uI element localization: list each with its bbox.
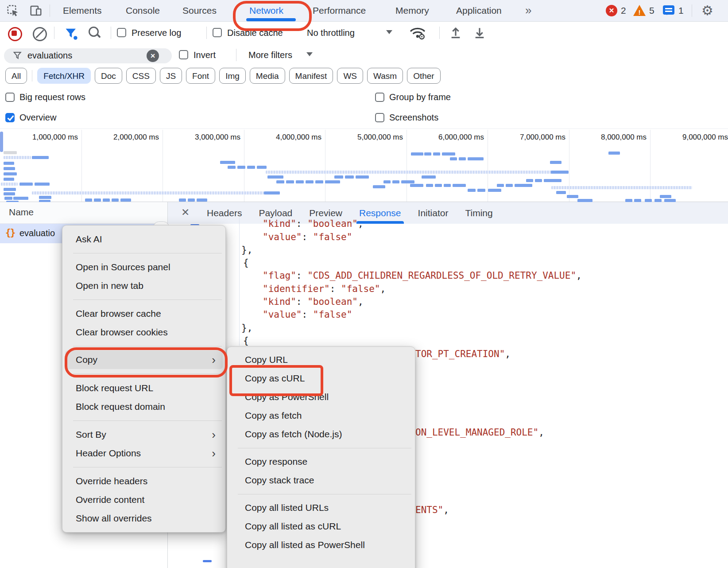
menu-item-copy-all-listed-as-powershell[interactable]: Copy all listed as PowerShell xyxy=(230,536,412,554)
response-code-line: "flag": "CDS_ADD_CHILDREN_REGARDLESS_OF_… xyxy=(263,270,582,281)
menu-item-ask-ai[interactable]: Ask AI xyxy=(65,230,223,249)
menu-item-copy-as-fetch[interactable]: Copy as fetch xyxy=(230,406,412,425)
menu-item-show-all-overrides[interactable]: Show all overrides xyxy=(65,509,223,528)
response-code-line: "kind": "boolean", xyxy=(263,296,364,307)
menu-item-copy[interactable]: Copy › xyxy=(65,350,223,369)
menu-item-copy-as-fetch-nodejs[interactable]: Copy as fetch (Node.js) xyxy=(230,425,412,444)
menu-item-override-content[interactable]: Override content xyxy=(65,490,223,509)
menu-item-copy-as-powershell[interactable]: Copy as PowerShell xyxy=(230,388,412,406)
menu-separator xyxy=(73,346,222,346)
response-code-line: }, xyxy=(241,322,252,334)
response-code-line: }, xyxy=(241,244,252,256)
response-code-line: ENTS", xyxy=(415,504,449,516)
response-code-line: "identifier": "false", xyxy=(263,283,386,295)
copy-submenu: Copy URL Copy as cURL Copy as PowerShell… xyxy=(227,346,415,568)
submenu-chevron-icon: › xyxy=(212,425,216,444)
menu-separator xyxy=(238,494,411,494)
response-code-line: { xyxy=(243,257,249,268)
menu-item-open-in-new-tab[interactable]: Open in new tab xyxy=(65,276,223,295)
menu-item-clear-browser-cache[interactable]: Clear browser cache xyxy=(65,304,223,323)
menu-item-copy-all-listed-as-curl[interactable]: Copy all listed as cURL xyxy=(230,517,412,536)
menu-item-open-in-sources[interactable]: Open in Sources panel xyxy=(65,258,223,276)
response-code-line: ON_LEVEL_MANAGED_ROLE", xyxy=(415,427,544,438)
menu-separator xyxy=(73,300,222,300)
menu-item-clear-browser-cookies[interactable]: Clear browser cookies xyxy=(65,323,223,342)
menu-separator xyxy=(73,253,222,253)
menu-separator xyxy=(73,467,222,467)
response-code-line: TOR_PT_CREATION", xyxy=(415,348,511,360)
response-code-line: "kind": "boolean", xyxy=(263,218,364,230)
response-code-line: { xyxy=(243,335,249,346)
menu-separator xyxy=(238,448,411,448)
context-menu: Ask AI Open in Sources panel Open in new… xyxy=(62,225,226,533)
menu-item-header-options[interactable]: Header Options › xyxy=(65,444,223,463)
menu-item-sort-by[interactable]: Sort By › xyxy=(65,425,223,444)
submenu-chevron-icon: › xyxy=(212,350,216,369)
response-code-line: "value": "false" xyxy=(263,309,352,320)
menu-item-copy-stack-trace[interactable]: Copy stack trace xyxy=(230,471,412,490)
menu-item-copy-as-curl[interactable]: Copy as cURL xyxy=(230,369,412,388)
response-code-line: "value": "false" xyxy=(263,231,352,243)
menu-item-block-request-domain[interactable]: Block request domain xyxy=(65,397,223,416)
menu-item-copy-response[interactable]: Copy response xyxy=(230,452,412,471)
menu-item-override-headers[interactable]: Override headers xyxy=(65,472,223,490)
menu-separator xyxy=(73,420,222,421)
fold-marker[interactable] xyxy=(203,560,212,562)
menu-item-block-request-url[interactable]: Block request URL xyxy=(65,379,223,397)
menu-item-copy-url[interactable]: Copy URL xyxy=(230,350,412,369)
menu-item-copy-all-listed-urls[interactable]: Copy all listed URLs xyxy=(230,498,412,517)
menu-separator xyxy=(73,373,222,374)
submenu-chevron-icon: › xyxy=(212,444,216,463)
